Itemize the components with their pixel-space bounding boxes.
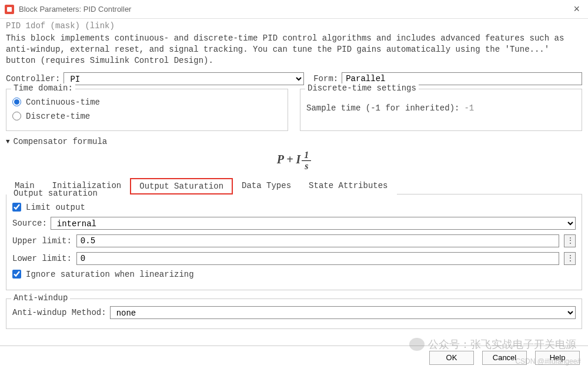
- dialog-content: PID 1dof (mask) (link) This block implem…: [0, 19, 588, 345]
- tab-state-attributes[interactable]: State Attributes: [300, 178, 396, 194]
- ignore-saturation-checkbox[interactable]: [12, 270, 21, 279]
- titlebar: Block Parameters: PID Controller ×: [0, 0, 588, 19]
- lower-limit-input[interactable]: [76, 252, 559, 265]
- controller-row: Controller: PI Form:: [6, 72, 582, 85]
- limit-output-checkbox[interactable]: [12, 203, 21, 212]
- ok-button[interactable]: OK: [429, 351, 474, 365]
- mask-line: PID 1dof (mask) (link): [6, 21, 582, 31]
- compensator-label: Compensator formula: [14, 137, 108, 146]
- discrete-settings-fieldset: Discrete-time settings Sample time (-1 f…: [300, 89, 582, 131]
- ignore-saturation-label: Ignore saturation when linearizing: [26, 270, 194, 279]
- limit-output-label: Limit output: [26, 203, 85, 212]
- compensator-formula: P + I1s: [6, 150, 582, 172]
- discrete-time-radio[interactable]: [12, 112, 21, 120]
- tab-output-saturation[interactable]: Output Saturation: [130, 178, 233, 194]
- time-domain-legend: Time domain:: [11, 83, 75, 93]
- upper-limit-more-button[interactable]: ⋮: [564, 234, 576, 247]
- dialog-footer: OK Cancel Help: [0, 345, 588, 369]
- block-description: This block implements continuous- and di…: [6, 33, 582, 66]
- tab-data-types[interactable]: Data Types: [233, 178, 300, 194]
- controller-label: Controller:: [6, 74, 60, 83]
- anti-windup-method-select[interactable]: none: [110, 306, 576, 319]
- source-select[interactable]: internal: [51, 217, 576, 230]
- settings-columns: Time domain: Continuous-time Discrete-ti…: [6, 89, 582, 131]
- cancel-button[interactable]: Cancel: [482, 351, 527, 365]
- window-title: Block Parameters: PID Controller: [19, 5, 131, 14]
- output-saturation-panel: Output saturation Limit output Source: i…: [6, 194, 582, 290]
- output-saturation-legend: Output saturation: [11, 189, 100, 198]
- anti-windup-panel: Anti-windup Anti-windup Method: none: [6, 298, 582, 329]
- anti-windup-method-label: Anti-windup Method:: [12, 308, 106, 317]
- continuous-time-label: Continuous-time: [26, 98, 100, 107]
- upper-limit-label: Upper limit:: [12, 236, 72, 246]
- compensator-header[interactable]: ▼ Compensator formula: [6, 137, 582, 146]
- upper-limit-input[interactable]: [76, 234, 559, 247]
- discrete-time-option[interactable]: Discrete-time: [12, 112, 282, 121]
- lower-limit-more-button[interactable]: ⋮: [564, 252, 576, 265]
- controller-select[interactable]: PI: [64, 72, 304, 85]
- app-icon: [5, 5, 14, 14]
- discrete-time-label: Discrete-time: [26, 112, 90, 121]
- help-button[interactable]: Help: [535, 351, 580, 365]
- continuous-time-option[interactable]: Continuous-time: [12, 98, 282, 107]
- time-domain-fieldset: Time domain: Continuous-time Discrete-ti…: [6, 89, 288, 131]
- form-label: Form:: [313, 74, 338, 83]
- sample-time-label: Sample time (-1 for inherited):: [306, 103, 459, 113]
- lower-limit-label: Lower limit:: [12, 254, 72, 263]
- close-icon[interactable]: ×: [570, 3, 583, 15]
- discrete-settings-legend: Discrete-time settings: [305, 83, 419, 93]
- sample-time-value: -1: [464, 103, 474, 113]
- chevron-down-icon: ▼: [6, 138, 10, 145]
- anti-windup-legend: Anti-windup: [11, 293, 70, 303]
- continuous-time-radio[interactable]: [12, 98, 21, 106]
- source-label: Source:: [12, 219, 47, 228]
